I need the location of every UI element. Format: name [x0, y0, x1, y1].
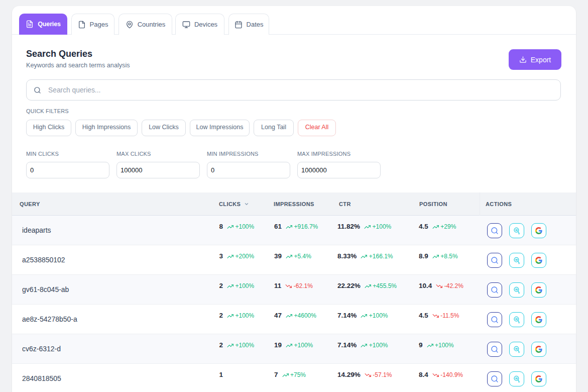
svg-text:w: w — [514, 257, 517, 261]
svg-text:w: w — [514, 228, 517, 231]
svg-text:w: w — [514, 346, 517, 350]
svg-text:w: w — [514, 376, 517, 379]
svg-text:w: w — [514, 317, 517, 320]
svg-text:w: w — [514, 287, 517, 290]
